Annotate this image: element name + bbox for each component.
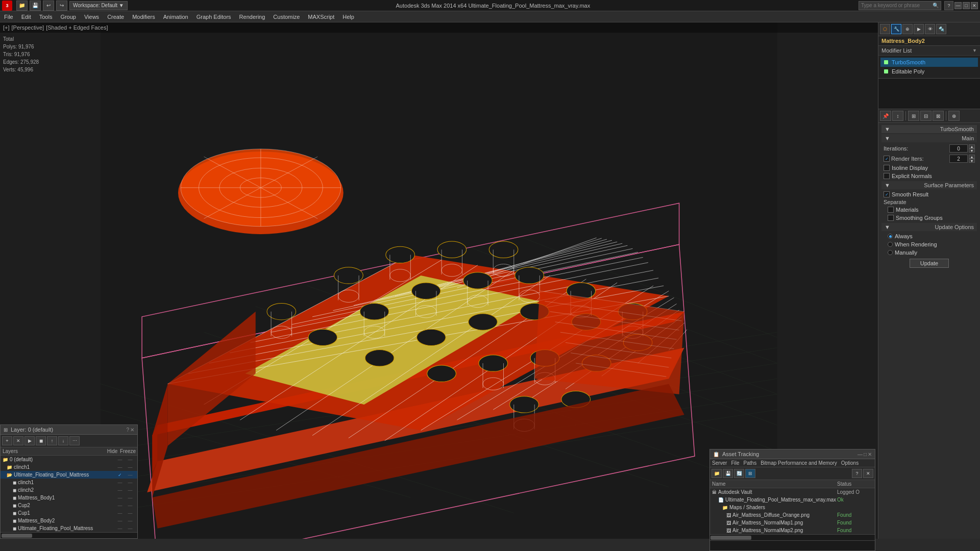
list-item[interactable]: ◼ clinch1 — — [1,479,137,486]
modifier-bulb-icon[interactable] [883,59,890,66]
when-rendering-row[interactable]: When Rendering [881,240,977,248]
list-item[interactable]: ◼ clinch2 — — [1,486,137,494]
list-item[interactable]: ◼ Mattress_Body2 — — [1,517,137,524]
list-item[interactable]: 📄 Ultimate_Floating_Pool_Mattress_max_vr… [710,496,875,504]
modifier-item-editablepoly[interactable]: Editable Poly [880,67,978,76]
explicit-row[interactable]: Explicit Normals [881,172,977,180]
layer-more-btn[interactable]: ⋯ [69,436,80,445]
title-file-btn[interactable]: 📁 [16,1,28,11]
menu-graph-editors[interactable]: Graph Editors [192,13,235,21]
menu-rendering[interactable]: Rendering [235,13,270,21]
mod-btn6[interactable]: ⊕ [948,111,960,121]
layer-move1-btn[interactable]: ↑ [47,436,57,445]
materials-checkbox[interactable] [888,207,894,213]
asset-close-btn[interactable]: ✕ [868,452,872,457]
asset-minimize-btn[interactable]: — [857,452,863,457]
render-iters-field[interactable]: 2 [949,155,968,163]
list-item[interactable]: ◼ Cup2 — — [1,502,137,509]
asset-help-btn[interactable]: ? [852,469,862,478]
menu-help[interactable]: Help [338,13,358,21]
viewport[interactable]: [+] [Perspective] [Shaded + Edged Faces]… [0,22,878,539]
panel-btn-modify[interactable]: 🔧 [891,24,901,34]
render-iters-down[interactable]: ▼ [969,159,975,163]
panel-btn-display[interactable]: 👁 [925,24,935,34]
list-item[interactable]: 🖼 Air_Mattress_NormalMap2.png Found [710,527,875,534]
title-save-btn[interactable]: 💾 [30,1,41,11]
asset-restore-btn[interactable]: □ [864,452,867,457]
modifier-list-header[interactable]: Modifier List ▼ [878,46,980,56]
update-options-header[interactable]: ▼ Update Options [881,223,977,231]
asset-btn4[interactable]: ⊞ [745,469,755,478]
modifier-item-turbosmooth[interactable]: TurboSmooth [880,58,978,67]
search-box[interactable]: 🔍 [859,1,941,10]
layer-move2-btn[interactable]: ↓ [58,436,68,445]
asset-menu-options[interactable]: Options [841,460,859,466]
smoothing-groups-checkbox[interactable] [888,215,894,221]
main-section-header[interactable]: ▼ Main [881,134,977,142]
layer-add-btn[interactable]: ▶ [24,436,35,445]
asset-menu-server[interactable]: Server [712,460,727,466]
list-item[interactable]: ◼ Ultimate_Floating_Pool_Mattress — — [1,524,137,532]
panel-btn-utilities[interactable]: 🔩 [936,24,946,34]
menu-maxscript[interactable]: MAXScript [304,13,338,21]
asset-btn2[interactable]: 💾 [723,469,733,478]
smooth-result-checkbox[interactable]: ✓ [884,191,890,197]
asset-scrollbar[interactable] [710,534,875,539]
panel-btn-create[interactable]: ⬡ [880,24,890,34]
menu-edit[interactable]: Edit [17,13,35,21]
mod-btn4[interactable]: ⊟ [920,111,932,121]
mod-btn5[interactable]: ⊠ [933,111,944,121]
mod-pin-btn[interactable]: 📌 [880,111,891,121]
object-name-field[interactable]: Mattress_Body2 [878,36,980,46]
asset-menu-bitmap[interactable]: Bitmap Performance and Memory [761,460,837,466]
layer-delete-btn[interactable]: ✕ [13,436,23,445]
iterations-down[interactable]: ▼ [969,148,975,153]
when-rendering-radio[interactable] [888,242,893,247]
list-item[interactable]: 📁 Maps / Shaders [710,504,875,511]
menu-group[interactable]: Group [56,13,80,21]
asset-btn1[interactable]: 📁 [712,469,722,478]
menu-views[interactable]: Views [80,13,103,21]
isoline-checkbox[interactable] [884,165,890,171]
list-item[interactable]: ◼ Cup1 — — [1,509,137,517]
explicit-checkbox[interactable] [884,173,890,179]
viewport-shading-label[interactable]: [Shaded + Edged Faces] [46,24,108,31]
viewport-plus[interactable]: [+] [3,24,10,31]
title-undo-btn[interactable]: ↩ [43,1,54,11]
asset-menu-paths[interactable]: Paths [744,460,757,466]
menu-customize[interactable]: Customize [269,13,304,21]
iterations-field[interactable]: 0 [949,144,968,153]
close-btn[interactable]: ✕ [971,2,978,9]
render-iters-up[interactable]: ▲ [969,155,975,159]
asset-close2-btn[interactable]: ✕ [863,469,873,478]
always-row[interactable]: Always [881,232,977,240]
layer-scrollbar[interactable] [1,532,137,538]
smooth-result-row[interactable]: ✓ Smooth Result [881,190,977,198]
panel-btn-motion[interactable]: ▶ [914,24,924,34]
turbosmooth-header[interactable]: ▼ TurboSmooth [881,125,977,133]
iterations-up[interactable]: ▲ [969,144,975,148]
layer-close-btn[interactable]: ✕ [130,427,134,433]
isoline-row[interactable]: Isoline Display [881,164,977,172]
list-item[interactable]: 📁 0 (default) — — [1,456,137,463]
layer-create-btn[interactable]: + [2,436,12,445]
render-iters-checkbox[interactable]: ✓ [884,156,890,162]
menu-file[interactable]: File [0,13,17,21]
smoothing-groups-row[interactable]: Smoothing Groups [881,214,977,222]
always-radio[interactable] [888,234,893,239]
surface-params-header[interactable]: ▼ Surface Parameters [881,181,977,189]
viewport-view-label[interactable]: [Perspective] [12,24,44,31]
update-button[interactable]: Update [910,259,949,268]
restore-btn[interactable]: □ [963,2,970,9]
list-item[interactable]: 🏛 Autodesk Vault Logged O [710,488,875,496]
list-item[interactable]: 🖼 Air_Mattress_Diffuse_Orange.png Found [710,511,875,519]
panel-btn-hierarchy[interactable]: ⊕ [902,24,913,34]
list-item[interactable]: 📂 Ultimate_Floating_Pool_Mattress ✓ — [1,471,137,479]
search-input[interactable] [861,3,933,8]
minimize-btn[interactable]: — [954,2,962,9]
menu-tools[interactable]: Tools [35,13,57,21]
list-item[interactable]: 📁 clinch1 — — [1,463,137,471]
workspace-dropdown[interactable]: Workspace: Default ▼ [69,1,128,10]
list-item[interactable]: 🖼 Air_Mattress_NormalMap1.png Found [710,519,875,527]
menu-modifiers[interactable]: Modifiers [128,13,159,21]
